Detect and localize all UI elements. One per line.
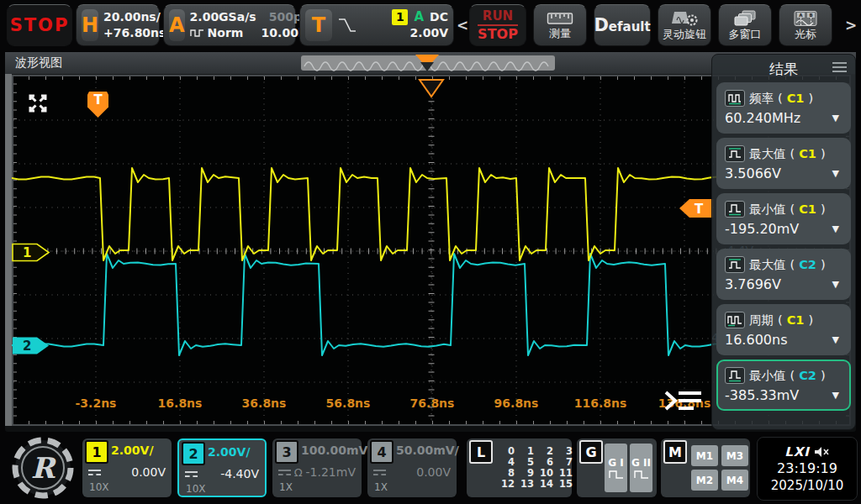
ruler-icon: [547, 11, 573, 26]
channel2-badge: 2: [182, 442, 205, 465]
lxi-logo: LXI: [784, 444, 810, 460]
sample-rate: 2.00GSa/s: [190, 9, 256, 25]
math-badge: M: [663, 440, 687, 464]
channel3-box[interactable]: 3 100.00mV/ Ω -1.21mV 1X: [272, 438, 362, 497]
measurement-value: -195.20mV: [725, 221, 799, 237]
math3-button[interactable]: M3: [721, 445, 748, 466]
dc-coupling-icon: [88, 470, 101, 475]
acquisition-settings-button[interactable]: A 2.00GSa/s Norm 500ps/pt 10.00kpts: [163, 4, 296, 46]
measurement-value: 3.5066V: [725, 165, 781, 181]
results-menu-icon[interactable]: [832, 62, 847, 75]
math2-button[interactable]: M2: [691, 470, 718, 491]
waveform-generator-box[interactable]: G G I G II: [577, 438, 657, 497]
multi-window-button[interactable]: 多窗口: [718, 4, 772, 46]
cursor-ab-icon: A B: [793, 10, 818, 27]
default-button[interactable]: Default: [594, 4, 651, 46]
logic-analyzer-box[interactable]: L 0123456789101112131415: [467, 438, 572, 497]
channel1-probe: 10X: [89, 481, 109, 493]
measurement-item-frequency-c1[interactable]: 频率(C1) 60.240MHz▼: [716, 82, 851, 134]
time-axis-label: 96.8ns: [487, 396, 546, 410]
svg-text:1: 1: [23, 245, 31, 260]
channel2-ground-marker[interactable]: 2: [12, 336, 50, 355]
channel4-offset: 0.00V: [416, 465, 451, 479]
time-axis-label: -3.2ns: [66, 396, 125, 410]
measurement-item-max-c2[interactable]: 最大值(C2) 3.7696V▼: [716, 249, 851, 300]
run-stop-button[interactable]: RUN STOP: [469, 4, 526, 46]
dropdown-arrow-icon[interactable]: ▼: [832, 279, 839, 290]
toolbar-scroll-right-icon[interactable]: >: [845, 17, 857, 34]
svg-text:B: B: [809, 13, 812, 18]
math-box[interactable]: M M1 M3 M2 M4: [661, 438, 750, 497]
time-axis-label: 36.8ns: [235, 396, 293, 410]
rigol-logo[interactable]: R: [10, 435, 76, 501]
top-toolbar: STOP H 20.00ns/ +76.80ns A 2.00GSa/s Nor…: [0, 0, 861, 50]
channel4-scale: 50.00mV/: [396, 444, 459, 457]
measurement-value: 60.240MHz: [725, 110, 800, 126]
channel1-box[interactable]: 1 2.00V/ 0.00V 10X: [82, 438, 172, 497]
time-axis-label: 56.8ns: [319, 396, 378, 410]
measurement-item-min-c1[interactable]: 最小值(C1) -195.20mV▼: [716, 193, 851, 244]
channel2-box[interactable]: 2 2.00V/ -4.40V 10X: [177, 438, 267, 497]
time-axis-label: 16.8ns: [151, 396, 209, 410]
measurement-value: -385.33mV: [725, 387, 799, 403]
channel1-scale: 2.00V/: [111, 444, 154, 457]
channel4-box[interactable]: 4 50.00mV/ 0.00V 1X: [367, 438, 457, 497]
measurement-item-max-c1[interactable]: 最大值(C1) 3.5066V▼: [716, 138, 851, 189]
trigger-position-marker[interactable]: [420, 80, 443, 97]
gen1-button[interactable]: G I: [605, 444, 627, 492]
channel2-offset: -4.40V: [220, 467, 259, 480]
trigger-settings-button[interactable]: T 1 A DC 2.00V: [299, 4, 454, 46]
math1-button[interactable]: M1: [691, 445, 718, 466]
logic-channel-number: 14: [540, 479, 553, 490]
svg-text:2: 2: [23, 339, 31, 354]
dropdown-arrow-icon[interactable]: ▼: [832, 223, 839, 234]
measurement-item-period-c1[interactable]: 周期(C1) 16.600ns▼: [716, 304, 851, 355]
acquire-mode-icon: [190, 29, 204, 38]
system-clock-box[interactable]: LXI 23:19:19 2025/10/10: [757, 437, 858, 501]
trigger-edge-falling-icon: [337, 16, 357, 34]
measurement-item-min-c2[interactable]: 最小值(C2) -385.33mV▼: [716, 360, 851, 411]
run-label: RUN: [483, 9, 513, 24]
horizontal-icon: H: [82, 9, 98, 41]
channel1-badge: 1: [85, 440, 108, 464]
dropdown-arrow-icon[interactable]: ▼: [832, 334, 839, 345]
trigger-level-marker[interactable]: T: [679, 198, 714, 218]
grid-menu-icon[interactable]: [661, 386, 705, 416]
dropdown-arrow-icon[interactable]: ▼: [832, 390, 839, 401]
channel2-probe: 10X: [186, 483, 206, 495]
window-left-edge: [5, 74, 12, 426]
gen2-button[interactable]: G II: [630, 444, 652, 492]
dropdown-arrow-icon[interactable]: ▼: [832, 168, 839, 179]
dc-coupling-icon: [278, 470, 291, 475]
cursor-button[interactable]: A B 光标: [779, 4, 832, 46]
dc-coupling-icon: [373, 470, 386, 475]
system-date: 2025/10/10: [771, 477, 843, 494]
trigger-coupling: DC: [430, 9, 448, 25]
generator-badge: G: [579, 440, 603, 464]
timebase-scale: 20.00ns/: [103, 9, 166, 25]
horizontal-navigation-strip[interactable]: [301, 55, 555, 71]
results-panel: 结果 频率(C1) 60.240MHz▼ 最大值(C1: [711, 54, 856, 430]
measure-button[interactable]: 测量: [533, 4, 587, 46]
trigger-level: 2.00V: [392, 25, 448, 41]
smart-knob-button[interactable]: 灵动旋钮: [658, 4, 711, 46]
windows-stack-icon: [733, 10, 757, 27]
results-header[interactable]: 结果: [712, 55, 855, 82]
channel1-ground-marker[interactable]: 1: [12, 243, 50, 262]
time-axis-label: 76.8ns: [403, 396, 462, 410]
knob-icon: [670, 10, 699, 27]
expand-fullscreen-icon[interactable]: [26, 92, 50, 115]
toolbar-scroll-left-icon[interactable]: <: [457, 17, 468, 34]
logic-channel-numbers: 0123456789101112131415: [499, 446, 573, 490]
frequency-icon: [725, 90, 745, 107]
dropdown-arrow-icon[interactable]: ▼: [832, 113, 839, 123]
horizontal-settings-button[interactable]: H 20.00ns/ +76.80ns: [76, 4, 160, 46]
impedance-symbol: Ω: [294, 466, 303, 479]
square-wave-icon: [633, 470, 650, 479]
channel1-offset: 0.00V: [131, 465, 166, 479]
stop-status-button[interactable]: STOP: [7, 4, 72, 46]
oscilloscope-screen: STOP H 20.00ns/ +76.80ns A 2.00GSa/s Nor…: [0, 0, 861, 504]
time-axis-label: 116.8ns: [571, 396, 630, 410]
math4-button[interactable]: M4: [721, 470, 748, 491]
measurement-value: 16.600ns: [725, 332, 787, 348]
